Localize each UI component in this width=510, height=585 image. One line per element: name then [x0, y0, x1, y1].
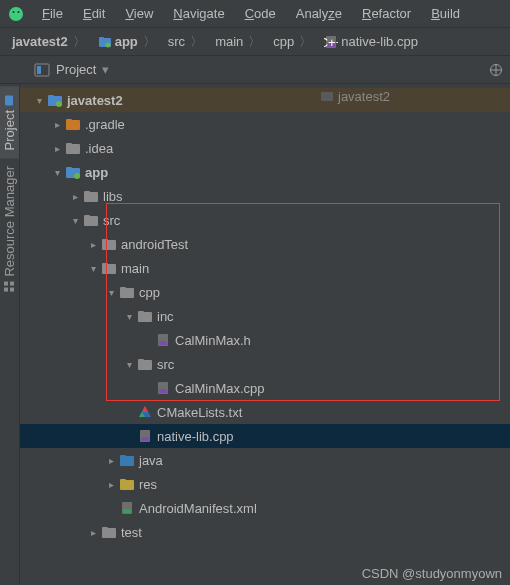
- svg-rect-4: [99, 37, 104, 40]
- chevron-right-icon: ▸: [68, 191, 82, 202]
- tree-label: .gradle: [85, 117, 125, 132]
- tree-node-res[interactable]: ▸ res: [20, 472, 510, 496]
- menu-navigate[interactable]: Navigate: [165, 4, 232, 23]
- crumb-cpp[interactable]: cpp〉: [269, 33, 316, 51]
- crumb-app[interactable]: app〉: [94, 33, 160, 51]
- chevron-right-icon: ▸: [104, 455, 118, 466]
- tree-label: app: [85, 165, 108, 180]
- module-icon: [46, 93, 64, 107]
- side-tab-resource-manager[interactable]: Resource Manager: [0, 158, 19, 301]
- tree-node-java[interactable]: ▸ java: [20, 448, 510, 472]
- source-folder-icon: [118, 453, 136, 467]
- svg-rect-31: [84, 191, 90, 194]
- svg-rect-35: [102, 239, 108, 242]
- header-file-icon: [154, 333, 172, 347]
- collapse-target-icon[interactable]: [488, 62, 504, 78]
- chevron-down-icon: ▾: [68, 215, 82, 226]
- tree-node-cmakelists[interactable]: CMakeLists.txt: [20, 400, 510, 424]
- svg-point-5: [105, 42, 110, 47]
- tree-node-libs[interactable]: ▸ libs: [20, 184, 510, 208]
- crumb-src[interactable]: src〉: [164, 33, 207, 51]
- tree-node-manifest[interactable]: AndroidManifest.xml: [20, 496, 510, 520]
- tree-node-src[interactable]: ▾ src: [20, 208, 510, 232]
- tree-node-root[interactable]: ▾ javatest2: [20, 88, 510, 112]
- project-tool-header: Project ▾: [0, 56, 510, 84]
- tree-label: libs: [103, 189, 123, 204]
- folder-icon: [82, 189, 100, 203]
- tree-node-idea[interactable]: ▸ .idea: [20, 136, 510, 160]
- tree-node-native-lib[interactable]: native-lib.cpp: [20, 424, 510, 448]
- svg-rect-52: [141, 437, 149, 441]
- tree-label: res: [139, 477, 157, 492]
- folder-icon: [64, 141, 82, 155]
- module-icon: [98, 35, 112, 49]
- svg-rect-33: [84, 215, 90, 218]
- module-icon: [320, 89, 334, 103]
- project-view-label[interactable]: Project: [56, 62, 96, 77]
- folder-icon: [82, 213, 100, 227]
- tree-label: javatest2: [67, 93, 123, 108]
- tree-node-cpp[interactable]: ▾ cpp: [20, 280, 510, 304]
- crumb-main[interactable]: main〉: [211, 33, 265, 51]
- svg-rect-54: [120, 455, 126, 458]
- chevron-down-icon: ▾: [50, 167, 64, 178]
- svg-point-22: [56, 101, 62, 107]
- menu-refactor[interactable]: Refactor: [354, 4, 419, 23]
- menu-build[interactable]: Build: [423, 4, 468, 23]
- tree-label: java: [139, 453, 163, 468]
- chevron-right-icon: ▸: [50, 143, 64, 154]
- project-tab-icon: [4, 94, 16, 106]
- menu-edit[interactable]: Edit: [75, 4, 113, 23]
- svg-rect-47: [159, 389, 167, 393]
- tree-node-app[interactable]: ▾ app: [20, 160, 510, 184]
- menu-file[interactable]: File: [34, 4, 71, 23]
- project-tree[interactable]: javatest2 ▾ javatest2 ▸ .gradle ▸ .idea …: [20, 84, 510, 585]
- svg-rect-21: [48, 95, 54, 98]
- tree-node-calminmax-cpp[interactable]: CalMinMax.cpp: [20, 376, 510, 400]
- svg-rect-15: [5, 288, 9, 292]
- menu-analyze[interactable]: Analyze: [288, 4, 350, 23]
- tree-label: src: [103, 213, 120, 228]
- chevron-right-icon: ▸: [86, 239, 100, 250]
- menu-view[interactable]: View: [117, 4, 161, 23]
- crumb-file[interactable]: C++ native-lib.cpp: [320, 34, 422, 49]
- tree-label: CMakeLists.txt: [157, 405, 242, 420]
- chevron-down-icon: ▾: [86, 263, 100, 274]
- tree-label: inc: [157, 309, 174, 324]
- tree-node-calminmax-h[interactable]: CalMinMax.h: [20, 328, 510, 352]
- chevron-down-icon: ▾: [122, 311, 136, 322]
- resource-manager-icon: [4, 281, 16, 293]
- folder-icon: [100, 525, 118, 539]
- svg-text:C++: C++: [324, 35, 338, 49]
- tree-node-test[interactable]: ▸ test: [20, 520, 510, 544]
- cpp-file-icon: C++: [324, 35, 338, 49]
- tree-node-inc[interactable]: ▾ inc: [20, 304, 510, 328]
- svg-rect-39: [120, 287, 126, 290]
- folder-icon: [136, 357, 154, 371]
- svg-point-0: [9, 7, 23, 21]
- tree-node-src2[interactable]: ▾ src: [20, 352, 510, 376]
- svg-rect-60: [102, 527, 108, 530]
- crumb-root[interactable]: javatest2〉: [8, 33, 90, 51]
- tree-node-main[interactable]: ▾ main: [20, 256, 510, 280]
- svg-rect-17: [11, 288, 15, 292]
- editor-tab[interactable]: javatest2: [320, 84, 390, 108]
- tree-node-androidtest[interactable]: ▸ androidTest: [20, 232, 510, 256]
- chevron-right-icon: ▸: [104, 479, 118, 490]
- svg-rect-10: [37, 66, 41, 74]
- tree-label: cpp: [139, 285, 160, 300]
- module-icon: [64, 165, 82, 179]
- chevron-right-icon: ▸: [86, 527, 100, 538]
- android-studio-logo-icon: [8, 6, 24, 22]
- svg-rect-37: [102, 263, 108, 266]
- tree-label: CalMinMax.cpp: [175, 381, 265, 396]
- side-tab-project[interactable]: Project: [0, 86, 19, 158]
- chevron-down-icon: ▾: [32, 95, 46, 106]
- dropdown-arrow-icon[interactable]: ▾: [102, 62, 109, 77]
- svg-rect-19: [321, 92, 333, 101]
- tree-label: AndroidManifest.xml: [139, 501, 257, 516]
- tree-node-gradle[interactable]: ▸ .gradle: [20, 112, 510, 136]
- menu-code[interactable]: Code: [237, 4, 284, 23]
- tree-label: native-lib.cpp: [157, 429, 234, 444]
- tree-label: CalMinMax.h: [175, 333, 251, 348]
